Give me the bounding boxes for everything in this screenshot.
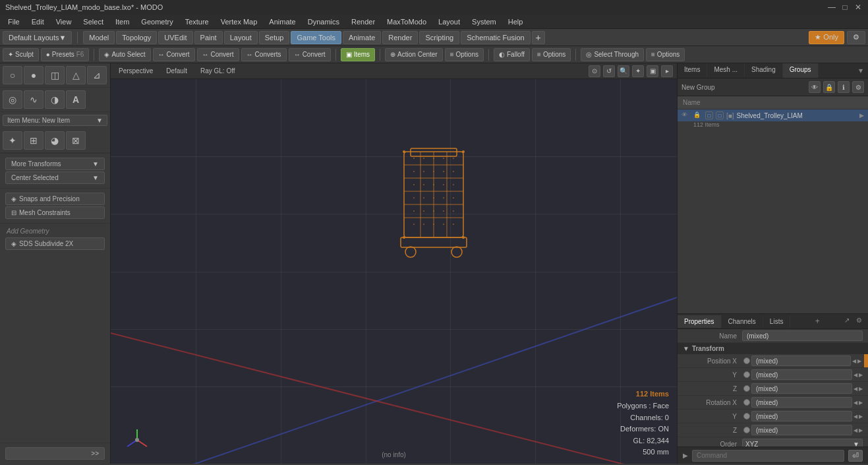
menu-view[interactable]: View — [51, 16, 77, 27]
viewport-canvas[interactable]: 112 Items Polygons : Face Channels: 0 De… — [111, 79, 677, 464]
menu-select[interactable]: Select — [78, 16, 109, 27]
menu-dynamics[interactable]: Dynamics — [303, 16, 345, 27]
rotation-x-value[interactable]: (mixed) — [751, 397, 852, 408]
select-through-btn[interactable]: ◎ Select Through — [581, 48, 644, 61]
action-center-options-btn[interactable]: ≡ Options — [445, 48, 484, 61]
vp-icon-search[interactable]: 🔍 — [618, 65, 629, 77]
auto-select-btn[interactable]: ◈ Auto Select — [99, 48, 150, 61]
add-tab-button[interactable]: + — [532, 31, 545, 44]
default-btn[interactable]: Default — [162, 66, 191, 76]
expand-btn[interactable]: >> — [5, 447, 105, 460]
position-x-value[interactable]: (mixed) — [751, 356, 851, 366]
position-z-arrow-left[interactable]: ◀ — [854, 386, 857, 392]
sphere-tool[interactable]: ● — [24, 66, 43, 84]
group-icon-lock[interactable]: 🔒 — [823, 81, 835, 93]
rotation-x-arrow-left[interactable]: ◀ — [854, 400, 857, 406]
tab-layout[interactable]: Layout — [224, 31, 258, 44]
menu-animate[interactable]: Animate — [264, 16, 301, 27]
menu-texture[interactable]: Texture — [180, 16, 214, 27]
select-options-btn[interactable]: ≡ Options — [646, 48, 685, 61]
tab-schematic-fusion[interactable]: Schematic Fusion — [461, 31, 530, 44]
convert-btn-2[interactable]: ↔ Convert — [197, 48, 239, 61]
group-icon-info[interactable]: ℹ — [838, 81, 850, 93]
rotation-z-dot[interactable] — [743, 427, 750, 433]
tab-scripting[interactable]: Scripting — [419, 31, 459, 44]
rotation-y-value[interactable]: (mixed) — [751, 411, 852, 421]
tab-lists[interactable]: Lists — [763, 315, 791, 328]
props-settings-icon[interactable]: ⚙ — [856, 317, 865, 326]
converts-btn[interactable]: ↔ Converts — [241, 48, 287, 61]
close-button[interactable]: ✕ — [854, 3, 863, 12]
maximize-button[interactable]: □ — [840, 3, 850, 12]
convert-btn-1[interactable]: ↔ Convert — [153, 48, 195, 61]
position-x-dot[interactable] — [743, 357, 750, 364]
props-expand-icon[interactable]: ↗ — [844, 317, 854, 326]
group-icon-settings[interactable]: ⚙ — [852, 81, 864, 93]
ray-gl-btn[interactable]: Ray GL: Off — [196, 66, 239, 76]
item-menu-bar[interactable]: Item Menu: New Item ▼ — [3, 115, 107, 126]
tab-items[interactable]: Items — [678, 63, 707, 78]
menu-item[interactable]: Item — [110, 16, 134, 27]
tab-channels[interactable]: Channels — [722, 315, 763, 328]
list-item-trolley[interactable]: 👁 🔒 □ □ [■] Shelved_Trolley_LIAM ▶ — [678, 109, 868, 121]
grid-tool[interactable]: ⊞ — [24, 131, 43, 150]
tab-shading[interactable]: Shading — [745, 63, 783, 78]
tab-mesh[interactable]: Mesh ... — [707, 63, 745, 78]
cone-tool[interactable]: △ — [66, 66, 86, 84]
items-btn[interactable]: ▣ Items — [341, 48, 375, 61]
rotation-y-dot[interactable] — [743, 413, 750, 419]
tab-game-tools[interactable]: Game Tools — [291, 31, 341, 44]
command-run-btn[interactable]: ⏎ — [848, 450, 863, 462]
position-z-dot[interactable] — [743, 385, 750, 392]
menu-vertex-map[interactable]: Vertex Map — [216, 16, 263, 27]
vp-icon-orbit[interactable]: ⊙ — [589, 65, 600, 77]
vp-icon-grid[interactable]: ▣ — [647, 65, 658, 77]
rotation-z-arrow-right[interactable]: ▶ — [859, 427, 863, 433]
pie-tool[interactable]: ◕ — [45, 131, 65, 150]
rotation-x-arrow-right[interactable]: ▶ — [859, 400, 863, 406]
position-y-dot[interactable] — [743, 371, 750, 378]
tab-uvedit[interactable]: UVEdit — [158, 31, 192, 44]
add-props-tab-btn[interactable]: + — [810, 314, 825, 328]
tab-render[interactable]: Render — [382, 31, 418, 44]
menu-geometry[interactable]: Geometry — [136, 16, 178, 27]
falloff-btn[interactable]: ◐ Falloff — [494, 48, 530, 61]
position-x-arrow-left[interactable]: ◀ — [852, 358, 856, 364]
position-y-arrow-left[interactable]: ◀ — [854, 372, 857, 378]
circle-tool[interactable]: ○ — [3, 66, 22, 84]
cube-tool[interactable]: ◫ — [45, 66, 65, 84]
menu-edit[interactable]: Edit — [26, 16, 49, 27]
perspective-btn[interactable]: Perspective — [115, 66, 157, 76]
half-tool[interactable]: ◑ — [45, 90, 65, 109]
center-selected-btn[interactable]: Center Selected ▼ — [5, 171, 105, 184]
layout-dropdown-btn[interactable]: Default Layouts ▼ — [3, 31, 72, 44]
transform-section[interactable]: ▼ Transform — [678, 343, 868, 354]
rotation-x-dot[interactable] — [743, 399, 750, 406]
text-tool[interactable]: A — [66, 90, 86, 109]
presets-btn[interactable]: ● Presets F6 — [41, 48, 90, 61]
settings-btn[interactable]: ⚙ — [847, 31, 865, 44]
action-center-btn[interactable]: ⊕ Action Center — [385, 48, 443, 61]
menu-render[interactable]: Render — [346, 16, 380, 27]
vp-icon-play[interactable]: ▸ — [661, 65, 673, 77]
tab-model[interactable]: Model — [83, 31, 115, 44]
command-input[interactable] — [692, 450, 844, 462]
mesh-constraints-btn[interactable]: ⊟ Mesh Constraints — [5, 206, 105, 219]
cross-tool[interactable]: ⊠ — [66, 131, 86, 150]
rotation-y-arrow-left[interactable]: ◀ — [854, 414, 857, 419]
tab-groups[interactable]: Groups — [783, 63, 819, 78]
torus-tool[interactable]: ⊿ — [87, 66, 107, 84]
menu-help[interactable]: Help — [503, 16, 529, 27]
tab-paint[interactable]: Paint — [194, 31, 223, 44]
menu-layout[interactable]: Layout — [433, 16, 465, 27]
group-icon-eye[interactable]: 👁 — [809, 81, 821, 93]
select-tool[interactable]: ◎ — [3, 90, 22, 109]
position-y-arrow-right[interactable]: ▶ — [859, 372, 863, 378]
sds-subdivide-btn[interactable]: ◈ SDS Subdivide 2X — [5, 237, 105, 250]
tab-setup[interactable]: Setup — [259, 31, 290, 44]
position-y-value[interactable]: (mixed) — [751, 369, 852, 380]
menu-file[interactable]: File — [3, 16, 25, 27]
position-z-value[interactable]: (mixed) — [751, 383, 852, 394]
add-panel-tab-btn[interactable]: ▾ — [854, 63, 868, 78]
rotation-y-arrow-right[interactable]: ▶ — [859, 414, 863, 419]
